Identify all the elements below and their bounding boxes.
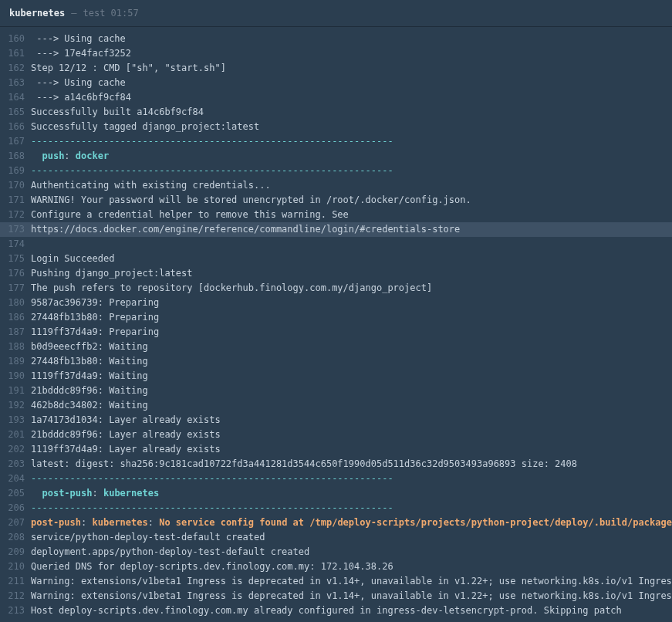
line-number[interactable]: 192 bbox=[0, 398, 31, 413]
log-line[interactable]: 1931a74173d1034: Layer already exists bbox=[0, 413, 672, 428]
line-number[interactable]: 204 bbox=[0, 472, 31, 486]
line-number[interactable]: 201 bbox=[0, 428, 31, 442]
log-line[interactable]: 20121bdddc89f96: Layer already exists bbox=[0, 428, 672, 442]
line-number[interactable]: 161 bbox=[0, 46, 31, 61]
log-line[interactable]: 174 bbox=[0, 237, 672, 252]
log-line[interactable]: 168 push: docker bbox=[0, 149, 672, 164]
line-text: Step 12/12 : CMD ["sh", "start.sh"] bbox=[31, 61, 226, 76]
line-number[interactable]: 177 bbox=[0, 281, 31, 296]
log-line[interactable]: 1901119ff37d4a9: Waiting bbox=[0, 369, 672, 384]
line-text: WARNING! Your password will be stored un… bbox=[31, 193, 471, 208]
log-output[interactable]: 160 ---> Using cache161 ---> 17e4facf325… bbox=[0, 27, 672, 618]
log-line[interactable]: 160 ---> Using cache bbox=[0, 32, 672, 46]
line-text: ----------------------------------------… bbox=[31, 134, 393, 149]
line-text: ----------------------------------------… bbox=[31, 472, 393, 486]
line-number[interactable]: 189 bbox=[0, 354, 31, 369]
log-line[interactable]: 165Successfully built a14c6bf9cf84 bbox=[0, 105, 672, 120]
line-text: 1a74173d1034: Layer already exists bbox=[31, 413, 221, 428]
line-text: 1119ff37d4a9: Layer already exists bbox=[31, 442, 221, 457]
line-number[interactable]: 188 bbox=[0, 340, 31, 354]
line-number[interactable]: 170 bbox=[0, 178, 31, 193]
line-text: ----------------------------------------… bbox=[31, 164, 393, 178]
line-text: ---> a14c6bf9cf84 bbox=[31, 90, 131, 105]
line-number[interactable]: 160 bbox=[0, 32, 31, 46]
line-number[interactable]: 190 bbox=[0, 369, 31, 384]
line-number[interactable]: 203 bbox=[0, 457, 31, 472]
log-line[interactable]: 170Authenticating with existing credenti… bbox=[0, 178, 672, 193]
line-number[interactable]: 207 bbox=[0, 516, 31, 530]
log-line[interactable]: 212Warning: extensions/v1beta1 Ingress i… bbox=[0, 589, 672, 603]
log-line[interactable]: 1809587ac396739: Preparing bbox=[0, 296, 672, 310]
line-number[interactable]: 202 bbox=[0, 442, 31, 457]
log-line[interactable]: 18627448fb13b80: Preparing bbox=[0, 310, 672, 325]
line-text: 27448fb13b80: Waiting bbox=[31, 354, 148, 369]
line-number[interactable]: 210 bbox=[0, 559, 31, 574]
log-line[interactable]: 163 ---> Using cache bbox=[0, 76, 672, 90]
line-number[interactable]: 171 bbox=[0, 193, 31, 208]
line-number[interactable]: 175 bbox=[0, 252, 31, 266]
line-number[interactable]: 162 bbox=[0, 61, 31, 76]
log-line[interactable]: 211Warning: extensions/v1beta1 Ingress i… bbox=[0, 574, 672, 589]
log-line[interactable]: 176Pushing django_project:latest bbox=[0, 266, 672, 281]
log-line[interactable]: 204-------------------------------------… bbox=[0, 472, 672, 486]
line-number[interactable]: 174 bbox=[0, 237, 31, 252]
line-number[interactable]: 186 bbox=[0, 310, 31, 325]
line-text: latest: digest: sha256:9c181cad10722fd3a… bbox=[31, 457, 577, 472]
log-line[interactable]: 167-------------------------------------… bbox=[0, 134, 672, 149]
log-line[interactable]: 19121bdddc89f96: Waiting bbox=[0, 384, 672, 398]
line-text: 27448fb13b80: Preparing bbox=[31, 310, 159, 325]
line-number[interactable]: 208 bbox=[0, 530, 31, 545]
log-line[interactable]: 209deployment.apps/python-deploy-test-de… bbox=[0, 545, 672, 559]
log-line[interactable]: 166Successfully tagged django_project:la… bbox=[0, 120, 672, 134]
line-number[interactable]: 212 bbox=[0, 589, 31, 603]
line-number[interactable]: 191 bbox=[0, 384, 31, 398]
log-line[interactable]: 173https://docs.docker.com/engine/refere… bbox=[0, 222, 672, 237]
line-number[interactable]: 176 bbox=[0, 266, 31, 281]
log-line[interactable]: 188b0d9eeecffb2: Waiting bbox=[0, 340, 672, 354]
log-line[interactable]: 162Step 12/12 : CMD ["sh", "start.sh"] bbox=[0, 61, 672, 76]
line-number[interactable]: 213 bbox=[0, 603, 31, 618]
log-line[interactable]: 210Queried DNS for deploy-scripts.dev.fi… bbox=[0, 559, 672, 574]
log-line[interactable]: 169-------------------------------------… bbox=[0, 164, 672, 178]
line-text: Warning: extensions/v1beta1 Ingress is d… bbox=[31, 574, 672, 589]
log-line[interactable]: 172Configure a credential helper to remo… bbox=[0, 208, 672, 222]
log-line[interactable]: 2021119ff37d4a9: Layer already exists bbox=[0, 442, 672, 457]
line-text: Warning: extensions/v1beta1 Ingress is d… bbox=[31, 589, 672, 603]
line-number[interactable]: 164 bbox=[0, 90, 31, 105]
line-number[interactable]: 187 bbox=[0, 325, 31, 340]
log-line[interactable]: 207post-push: kubernetes: No service con… bbox=[0, 516, 672, 530]
log-line[interactable]: 175Login Succeeded bbox=[0, 252, 672, 266]
line-number[interactable]: 168 bbox=[0, 149, 31, 164]
line-number[interactable]: 172 bbox=[0, 208, 31, 222]
line-number[interactable]: 167 bbox=[0, 134, 31, 149]
log-line[interactable]: 203latest: digest: sha256:9c181cad10722f… bbox=[0, 457, 672, 472]
line-number[interactable]: 193 bbox=[0, 413, 31, 428]
line-number[interactable]: 209 bbox=[0, 545, 31, 559]
line-number[interactable]: 180 bbox=[0, 296, 31, 310]
log-line[interactable]: 206-------------------------------------… bbox=[0, 501, 672, 516]
line-text: b0d9eeecffb2: Waiting bbox=[31, 340, 148, 354]
line-number[interactable]: 163 bbox=[0, 76, 31, 90]
log-line[interactable]: 205 post-push: kubernetes bbox=[0, 486, 672, 501]
line-number[interactable]: 166 bbox=[0, 120, 31, 134]
log-line[interactable]: 171WARNING! Your password will be stored… bbox=[0, 193, 672, 208]
line-number[interactable]: 165 bbox=[0, 105, 31, 120]
line-text: Pushing django_project:latest bbox=[31, 266, 193, 281]
line-number[interactable]: 169 bbox=[0, 164, 31, 178]
line-number[interactable]: 205 bbox=[0, 486, 31, 501]
line-text: Successfully built a14c6bf9cf84 bbox=[31, 105, 204, 120]
line-text: ---> 17e4facf3252 bbox=[31, 46, 131, 61]
log-line[interactable]: 164 ---> a14c6bf9cf84 bbox=[0, 90, 672, 105]
line-number[interactable]: 206 bbox=[0, 501, 31, 516]
log-line[interactable]: 161 ---> 17e4facf3252 bbox=[0, 46, 672, 61]
line-number[interactable]: 211 bbox=[0, 574, 31, 589]
log-line[interactable]: 213Host deploy-scripts.dev.finology.com.… bbox=[0, 603, 672, 618]
job-subtitle: test 01:57 bbox=[83, 8, 138, 19]
log-header: kubernetes — test 01:57 bbox=[0, 0, 672, 27]
log-line[interactable]: 1871119ff37d4a9: Preparing bbox=[0, 325, 672, 340]
log-line[interactable]: 192462b8dc34802: Waiting bbox=[0, 398, 672, 413]
line-number[interactable]: 173 bbox=[0, 222, 31, 237]
log-line[interactable]: 208service/python-deploy-test-default cr… bbox=[0, 530, 672, 545]
log-line[interactable]: 177The push refers to repository [docker… bbox=[0, 281, 672, 296]
log-line[interactable]: 18927448fb13b80: Waiting bbox=[0, 354, 672, 369]
